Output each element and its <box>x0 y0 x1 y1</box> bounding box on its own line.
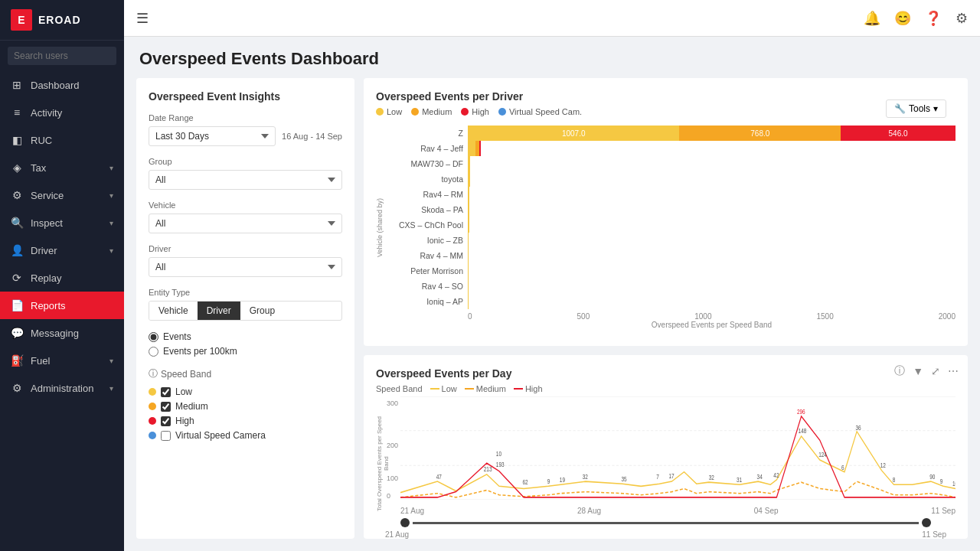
chart-more-icon[interactable]: ⋯ <box>948 365 959 377</box>
replay-icon: ⟳ <box>11 272 23 284</box>
vehicle-select[interactable]: All <box>149 214 342 233</box>
group-select[interactable]: All <box>149 170 342 190</box>
date-range-select[interactable]: Last 30 Days Last 7 Days Custom <box>149 126 276 146</box>
chart-filter-icon[interactable]: ▼ <box>913 365 923 377</box>
reports-icon: 📄 <box>11 299 23 311</box>
topbar: ☰ 🔔 😊 ❓ ⚙ <box>124 0 980 37</box>
events-radio[interactable]: Events <box>149 331 342 342</box>
line-chart-container: Total Overspeed Events per Speed Band 30… <box>376 396 956 515</box>
x-axis-ticks: 0500100015002000 <box>387 312 956 321</box>
speed-medium-checkbox[interactable] <box>161 402 171 412</box>
sidebar-item-tax[interactable]: ◈ Tax ▾ <box>0 154 124 181</box>
medium-color-dot <box>149 403 156 410</box>
entity-type-label: Entity Type <box>149 288 342 297</box>
bar-row: Skoda – PA <box>387 202 956 217</box>
sidebar-item-ruc[interactable]: ◧ RUC <box>0 126 124 154</box>
bar-row: toyota <box>387 171 956 187</box>
range-dates: 21 Aug 11 Sep <box>376 527 956 539</box>
bell-icon[interactable]: 🔔 <box>864 10 880 27</box>
menu-icon[interactable]: ☰ <box>136 10 149 27</box>
sidebar-item-dashboard[interactable]: ⊞ Dashboard <box>0 71 124 99</box>
tax-icon: ◈ <box>11 161 23 174</box>
speed-high-item: High <box>149 416 342 426</box>
events-per-100km-radio[interactable]: Events per 100km <box>149 346 342 357</box>
tools-button[interactable]: 🔧 Tools ▾ <box>886 99 946 118</box>
svg-text:8: 8 <box>893 476 896 484</box>
chart-expand-icon[interactable]: ⤢ <box>931 365 940 377</box>
x-axis-label: Overspeed Events per Speed Band <box>387 321 956 329</box>
range-start-handle[interactable] <box>400 518 410 527</box>
sidebar-item-administration[interactable]: ⚙ Administration ▾ <box>0 374 124 402</box>
bar-chart-scroll[interactable]: Z1007.0768.0546.0Rav 4 – JeffMAW730 – DF… <box>387 126 956 309</box>
svg-text:10: 10 <box>952 481 956 488</box>
sidebar-item-driver[interactable]: 👤 Driver ▾ <box>0 236 124 264</box>
sidebar-item-activity[interactable]: ≡ Activity <box>0 99 124 126</box>
administration-icon: ⚙ <box>11 382 23 394</box>
line-chart-legend: Speed Band Low Medium High <box>376 384 956 393</box>
settings-icon[interactable]: ⚙ <box>956 10 968 27</box>
low-color-dot <box>149 388 156 396</box>
bar-row: Rav 4 – SO <box>387 279 956 294</box>
svg-text:7: 7 <box>656 473 659 481</box>
legend-high-dot <box>461 108 469 116</box>
panel-title: Overspeed Event Insights <box>149 90 342 103</box>
chat-icon[interactable]: 😊 <box>894 10 911 27</box>
date-range-label: Date Range <box>149 113 342 122</box>
legend-low: Low <box>376 107 402 116</box>
group-btn[interactable]: Group <box>240 302 284 320</box>
chart-info-icon[interactable]: ⓘ <box>894 364 905 378</box>
sidebar-item-inspect[interactable]: 🔍 Inspect ▾ <box>0 209 124 236</box>
range-slider <box>376 515 956 527</box>
ruc-icon: ◧ <box>11 134 23 146</box>
svg-text:47: 47 <box>436 473 442 481</box>
bar-chart-panel: Overspeed Events per Driver Low Medium <box>364 78 968 346</box>
bar-chart-title: Overspeed Events per Driver <box>376 90 956 103</box>
sidebar-label-service: Service <box>31 190 102 201</box>
svg-text:10: 10 <box>496 450 501 458</box>
vehicle-btn[interactable]: Vehicle <box>149 302 198 320</box>
line-x-axis: 21 Aug 28 Aug 04 Sep 11 Sep <box>400 507 956 515</box>
sidebar-label-tax: Tax <box>31 162 102 174</box>
vehicle-group: Vehicle All <box>149 201 342 233</box>
speed-virtual-checkbox[interactable] <box>161 431 171 441</box>
speed-band-info-icon: ⓘ <box>149 367 158 380</box>
administration-arrow: ▾ <box>109 384 113 393</box>
speed-low-checkbox[interactable] <box>161 387 171 397</box>
help-icon[interactable]: ❓ <box>925 10 942 27</box>
left-panel: Overspeed Event Insights Date Range Last… <box>136 78 354 539</box>
driver-btn[interactable]: Driver <box>198 302 240 320</box>
svg-text:9: 9 <box>547 478 550 485</box>
search-input[interactable] <box>8 47 116 65</box>
speed-high-checkbox[interactable] <box>161 416 171 426</box>
sidebar-label-inspect: Inspect <box>31 217 102 229</box>
sidebar-label-activity: Activity <box>31 107 113 119</box>
bar-row: MAW730 – DF <box>387 156 956 171</box>
tax-arrow: ▾ <box>109 164 113 172</box>
service-arrow: ▾ <box>109 191 113 200</box>
sidebar-item-fuel[interactable]: ⛽ Fuel ▾ <box>0 347 124 374</box>
dashboard-icon: ⊞ <box>11 79 23 91</box>
sidebar-item-service[interactable]: ⚙ Service ▾ <box>0 181 124 209</box>
legend-virtual: Virtual Speed Cam. <box>498 107 582 116</box>
driver-select[interactable]: All <box>149 257 342 277</box>
date-range-display: 16 Aug - 14 Sep <box>282 132 342 141</box>
sidebar-label-fuel: Fuel <box>31 355 102 367</box>
sidebar-label-messaging: Messaging <box>31 328 113 339</box>
sidebar-item-replay[interactable]: ⟳ Replay <box>0 264 124 292</box>
sidebar-item-messaging[interactable]: 💬 Messaging <box>0 319 124 347</box>
svg-text:17: 17 <box>668 472 674 480</box>
main-content: ☰ 🔔 😊 ❓ ⚙ Overspeed Events Dashboard Ove… <box>124 0 980 551</box>
sidebar-label-driver: Driver <box>31 245 102 256</box>
activity-icon: ≡ <box>11 106 23 119</box>
sidebar-item-reports[interactable]: 📄 Reports <box>0 292 124 319</box>
speed-band-section: ⓘ Speed Band Low Medium High <box>149 367 342 441</box>
bar-row: Z1007.0768.0546.0 <box>387 126 956 141</box>
vehicle-label: Vehicle <box>149 201 342 210</box>
range-track <box>413 522 919 524</box>
service-icon: ⚙ <box>11 189 23 201</box>
line-y-axis-label: Total Overspeed Events per Speed Band <box>376 396 387 515</box>
line-chart-title: Overspeed Events per Day <box>376 367 956 380</box>
driver-label: Driver <box>149 244 342 253</box>
range-end-handle[interactable] <box>922 518 931 527</box>
page-title: Overspeed Events Dashboard <box>139 49 965 69</box>
